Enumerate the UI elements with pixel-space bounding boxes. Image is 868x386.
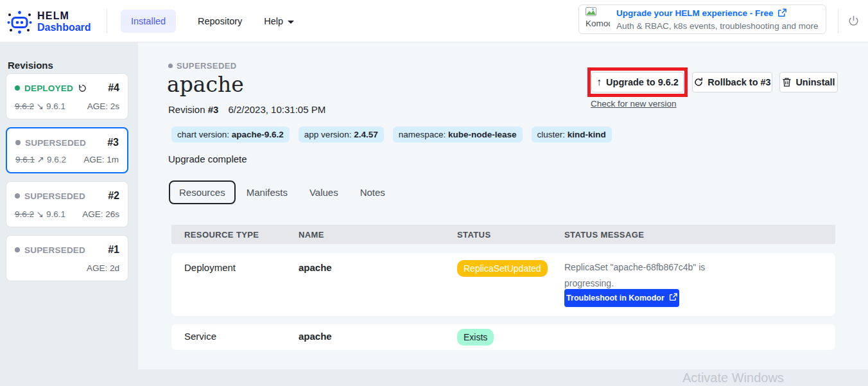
trash-icon xyxy=(782,77,792,87)
release-note: Upgrade complete xyxy=(168,154,247,164)
revision-age: AGE: 2d xyxy=(87,263,119,273)
troubleshoot-button[interactable]: Troubleshoot in Komodor xyxy=(564,289,679,307)
helm-logo-icon xyxy=(6,9,33,35)
cell-resource-type: Service xyxy=(171,324,299,350)
badge-app-version: app version: 2.4.57 xyxy=(299,127,384,143)
broken-image-icon xyxy=(586,7,596,16)
uninstall-button[interactable]: Uninstall xyxy=(779,72,838,92)
revisions-sidebar: Revisions DEPLOYED #4 9.6.2 ↘ 9.6.1 AGE:… xyxy=(0,43,138,386)
revision-status: SUPERSEDED xyxy=(15,138,86,148)
revision-number: #1 xyxy=(108,244,119,256)
status-badge-replicasetupdated: ReplicaSetUpdated xyxy=(457,260,548,277)
badge-chart-version: chart version: apache-9.6.2 xyxy=(171,127,290,143)
rollback-button[interactable]: Rollback to #3 xyxy=(692,72,772,92)
upgrade-button[interactable]: ↑Upgrade to 9.6.2 xyxy=(591,72,684,92)
chevron-down-icon xyxy=(288,21,294,24)
detail-tabs: Resources Manifests Values Notes xyxy=(169,180,396,204)
tab-notes[interactable]: Notes xyxy=(349,182,396,203)
cell-name: apache xyxy=(299,253,457,316)
komodor-ad-image-caption: Komodor xyxy=(586,19,610,28)
tab-resources[interactable]: Resources xyxy=(169,180,236,204)
main-nav: Installed Repository Help xyxy=(121,10,294,33)
revision-status: SUPERSEDED xyxy=(15,245,85,255)
komodor-ad-title[interactable]: Upgrade your HELM experience - Free xyxy=(616,8,818,21)
badge-cluster: cluster: kind-kind xyxy=(532,127,612,143)
power-button[interactable] xyxy=(847,15,860,30)
revision-number: #4 xyxy=(108,82,119,94)
release-title: apache xyxy=(167,72,244,97)
col-resource-type: RESOURCE TYPE xyxy=(171,230,299,240)
badge-namespace: namespace: kube-node-lease xyxy=(393,127,523,143)
up-arrow-icon: ↑ xyxy=(596,76,602,88)
external-link-icon xyxy=(777,8,786,21)
revision-age: AGE: 1m xyxy=(83,155,119,164)
revision-number: #2 xyxy=(108,190,119,202)
status-dot xyxy=(15,247,20,252)
revision-age: AGE: 26s xyxy=(82,209,119,219)
logo-title: HELM xyxy=(37,10,91,22)
main-panel: SUPERSEDED apache Revision #36/2/2023, 1… xyxy=(138,42,868,369)
tab-manifests[interactable]: Manifests xyxy=(236,182,299,203)
header-divider-right xyxy=(838,9,838,33)
cell-name: apache xyxy=(299,324,457,350)
revision-status: SUPERSEDED xyxy=(15,191,85,201)
revision-versions: 9.6.2 ↘ 9.6.1 xyxy=(15,101,65,111)
release-meta-badges: chart version: apache-9.6.2 app version:… xyxy=(171,127,612,143)
revision-info-line: Revision #36/2/2023, 10:31:05 PM xyxy=(168,104,326,115)
komodor-ad-banner[interactable]: Komodor Upgrade your HELM experience - F… xyxy=(578,4,826,34)
revision-number: #3 xyxy=(107,137,119,148)
external-link-icon xyxy=(669,293,677,303)
sidebar-title: Revisions xyxy=(8,60,53,71)
revision-versions: 9.6.1 ↗ 9.6.2 xyxy=(15,154,66,164)
status-dot xyxy=(15,85,20,91)
status-dot xyxy=(15,193,20,198)
col-name: NAME xyxy=(299,230,457,240)
table-row-deployment: Deployment apache ReplicaSetUpdated Repl… xyxy=(171,253,835,316)
check-new-version-link[interactable]: Check for new version xyxy=(591,99,677,109)
nav-tab-installed[interactable]: Installed xyxy=(121,10,176,33)
cell-resource-type: Deployment xyxy=(171,253,299,316)
komodor-ad-subtitle: Auth & RBAC, k8s events, troubleshooting… xyxy=(616,21,818,31)
history-icon xyxy=(78,83,87,93)
revision-age: AGE: 2s xyxy=(87,101,119,111)
power-icon xyxy=(847,15,860,27)
revision-status: DEPLOYED xyxy=(15,83,87,93)
revision-card-3[interactable]: SUPERSEDED #3 9.6.1 ↗ 9.6.2 AGE: 1m xyxy=(6,127,128,173)
helm-logo[interactable]: HELM Dashboard xyxy=(6,9,91,35)
logo-subtitle: Dashboard xyxy=(37,22,91,33)
activate-windows-watermark: Activate Windows xyxy=(682,371,784,385)
status-message: ReplicaSet "apache-68fb867c4b" is progre… xyxy=(564,259,725,292)
komodor-ad-image: Komodor xyxy=(586,7,610,31)
release-actions: ↑Upgrade to 9.6.2 Check for new version … xyxy=(587,67,838,97)
revision-card-1[interactable]: SUPERSEDED #1 AGE: 2d xyxy=(6,235,128,281)
annotation-upgrade-highlight: ↑Upgrade to 9.6.2 xyxy=(587,67,688,97)
revision-date: 6/2/2023, 10:31:05 PM xyxy=(228,104,326,115)
nav-tab-repository[interactable]: Repository xyxy=(198,16,242,26)
tab-values[interactable]: Values xyxy=(299,182,349,203)
table-row-service: Service apache Exists xyxy=(171,324,835,350)
rollback-icon xyxy=(693,77,704,87)
release-status-label: SUPERSEDED xyxy=(168,61,237,71)
col-status-message: STATUS MESSAGE xyxy=(564,230,835,240)
col-status: STATUS xyxy=(457,230,564,240)
status-dot xyxy=(15,140,21,145)
status-badge-exists: Exists xyxy=(457,329,494,346)
app-header: HELM Dashboard Installed Repository Help… xyxy=(0,0,868,42)
header-divider-left xyxy=(107,9,107,33)
revision-versions: 9.6.2 ↘ 9.6.1 xyxy=(15,209,65,219)
resources-table: RESOURCE TYPE NAME STATUS STATUS MESSAGE… xyxy=(171,225,835,350)
revision-card-2[interactable]: SUPERSEDED #2 9.6.2 ↘ 9.6.1 AGE: 26s xyxy=(6,181,128,227)
table-header: RESOURCE TYPE NAME STATUS STATUS MESSAGE xyxy=(171,225,835,244)
status-dot xyxy=(168,64,173,68)
nav-menu-help[interactable]: Help xyxy=(264,16,294,26)
revision-card-4[interactable]: DEPLOYED #4 9.6.2 ↘ 9.6.1 AGE: 2s xyxy=(6,73,128,119)
